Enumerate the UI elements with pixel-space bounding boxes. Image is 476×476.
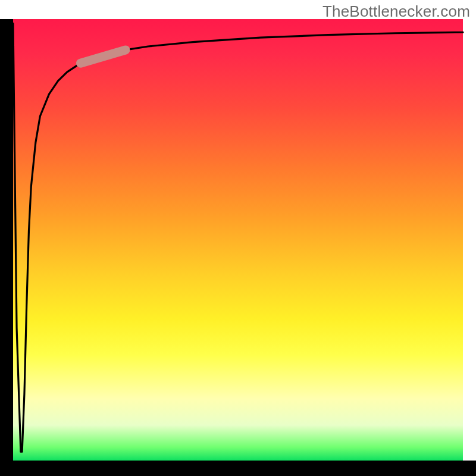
y-axis [0, 19, 13, 461]
x-axis [0, 461, 476, 476]
bottleneck-curve [13, 23, 463, 452]
curve-layer [13, 19, 463, 461]
watermark-text: TheBottlenecker.com [322, 2, 470, 21]
curve-highlight-segment [80, 50, 126, 63]
bottleneck-chart: TheBottlenecker.com [0, 0, 476, 476]
